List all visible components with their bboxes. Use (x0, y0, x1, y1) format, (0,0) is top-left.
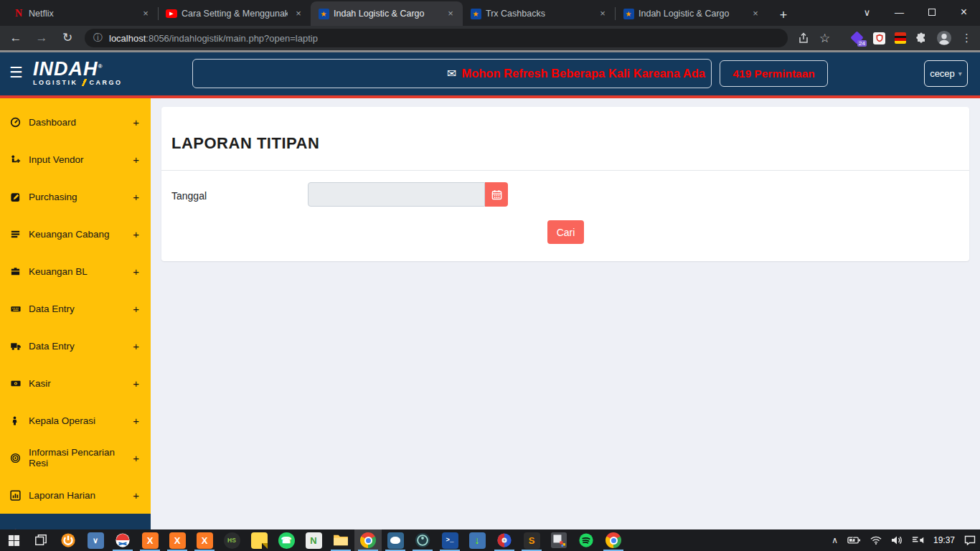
sidebar-item-purchasing[interactable]: Purchasing + (0, 178, 151, 215)
whatsapp-icon[interactable]: ☎ (273, 529, 300, 551)
sidebar-item-data-entry-2[interactable]: Data Entry + (0, 327, 151, 364)
reload-icon[interactable]: ↻ (57, 28, 77, 48)
logo-subtitle-left: LOGISTIK (33, 79, 78, 86)
sidebar-item-data-entry[interactable]: Data Entry + (0, 290, 151, 327)
sidebar-item-laporan-harian[interactable]: Laporan Harian + (0, 476, 151, 514)
expand-plus-icon[interactable]: + (133, 415, 139, 427)
sidebar-item-informasi-pencarian-resi[interactable]: Informasi Pencarian Resi + (0, 439, 151, 476)
xampp-icon[interactable]: X (136, 529, 164, 551)
sidebar-item-kepala-operasi[interactable]: Kepala Operasi + (0, 402, 151, 439)
expand-plus-icon[interactable]: + (133, 191, 139, 203)
volume-icon[interactable] (891, 535, 903, 545)
puzzle-extensions-icon[interactable] (915, 32, 927, 44)
sublime-text-icon[interactable]: S (518, 529, 545, 551)
maximize-button[interactable] (915, 0, 948, 24)
tab-search-icon[interactable]: ∨ (851, 0, 883, 24)
mail-vault-icon[interactable]: ∨ (82, 529, 109, 551)
app-header: ☰ INDAH® LOGISTIK CARGO ✉ Mohon Refresh … (0, 52, 980, 95)
spotify-icon[interactable] (573, 529, 600, 551)
action-center-icon[interactable] (964, 535, 976, 545)
tab-youtube[interactable]: ▶ Cara Setting & Menggunakan × (159, 1, 311, 26)
site-info-icon[interactable]: ⓘ (93, 32, 103, 44)
share-icon[interactable] (798, 32, 809, 44)
tab-close-icon[interactable]: × (139, 7, 152, 20)
tab-title: Indah Logistic & Cargo (334, 9, 440, 19)
sticky-notes-icon[interactable] (245, 529, 273, 551)
start-button[interactable] (0, 529, 27, 551)
xampp-icon[interactable]: X (191, 529, 218, 551)
tab-indah-logistic-2[interactable]: ★ Indah Logistic & Cargo × (616, 1, 768, 26)
proxy-extension-icon[interactable]: 24 (851, 32, 864, 44)
wifi-icon[interactable] (870, 536, 882, 545)
date-input[interactable] (308, 182, 485, 207)
expand-plus-icon[interactable]: + (133, 116, 139, 128)
logo-text: INDAH (33, 58, 98, 80)
logo-subtitle: LOGISTIK CARGO (33, 79, 123, 86)
indah-logistik-logo: INDAH® LOGISTIK CARGO (33, 58, 123, 86)
tab-close-icon[interactable]: × (749, 7, 762, 20)
search-button[interactable]: Cari (547, 220, 584, 244)
sidebar-item-dashboard[interactable]: Dashboard + (0, 103, 151, 141)
expand-plus-icon[interactable]: + (133, 303, 139, 315)
remote-support-icon[interactable] (109, 529, 136, 551)
xampp-icon[interactable]: X (164, 529, 191, 551)
back-icon[interactable]: ← (6, 28, 26, 48)
requests-badge[interactable]: 419 Permintaan (720, 60, 828, 87)
tab-trx-cashbacks[interactable]: ★ Trx Cashbacks × (463, 1, 615, 26)
indah-logo-icon: ★ (318, 8, 329, 19)
expand-plus-icon[interactable]: + (133, 228, 139, 240)
file-explorer-icon[interactable] (327, 529, 354, 551)
tab-close-icon[interactable]: × (596, 7, 609, 20)
expand-plus-icon[interactable]: + (133, 265, 139, 278)
clock[interactable]: 19:37 (933, 535, 955, 545)
calendar-button[interactable] (485, 182, 508, 207)
tray-chevron-up-icon[interactable]: ∧ (831, 535, 838, 545)
chrome-profile2-icon[interactable] (600, 529, 627, 551)
expand-plus-icon[interactable]: + (133, 452, 139, 464)
system-tray: ∧ 19:37 (831, 529, 976, 551)
openvpn-icon[interactable] (55, 529, 82, 551)
pgadmin-icon[interactable] (382, 529, 409, 551)
date-input-group (308, 182, 508, 207)
sidebar-item-label: Input Vendor (29, 154, 133, 165)
minimize-button[interactable]: — (883, 0, 915, 24)
task-view-button[interactable] (27, 529, 55, 551)
battery-icon[interactable] (847, 536, 861, 545)
flags-extension-icon[interactable] (895, 32, 906, 44)
tab-close-icon[interactable]: × (292, 7, 305, 20)
tab-close-icon[interactable]: × (444, 7, 457, 20)
hamburger-menu-icon[interactable]: ☰ (9, 64, 23, 81)
screen: N Netflix × ▶ Cara Setting & Menggunakan… (0, 0, 980, 551)
envelope-icon: ✉ (447, 67, 456, 80)
idm-icon[interactable]: ↓ (463, 529, 491, 551)
username: cecep (930, 68, 955, 79)
shield-extension-icon[interactable] (873, 32, 885, 44)
expand-plus-icon[interactable]: + (133, 489, 139, 501)
sidebar-item-keuangan-bl[interactable]: Keuangan BL + (0, 253, 151, 290)
disc-burner-icon[interactable] (491, 529, 518, 551)
chrome-icon[interactable] (354, 529, 382, 551)
hs-app-icon[interactable]: HS (218, 529, 245, 551)
bar-chart-icon (10, 490, 29, 501)
browser-menu-icon[interactable]: ⋮ (961, 32, 973, 44)
profile-avatar[interactable] (936, 30, 952, 46)
close-button[interactable]: × (948, 0, 980, 24)
address-bar[interactable]: ⓘ localhost:8056/indahlogistik/main.php?… (85, 29, 788, 47)
powershell-icon[interactable]: >_ (436, 529, 463, 551)
screenshot-tool-icon[interactable] (545, 529, 573, 551)
expand-plus-icon[interactable]: + (133, 154, 139, 166)
tab-netflix[interactable]: N Netflix × (6, 1, 158, 26)
sidebar-item-input-vendor[interactable]: Input Vendor + (0, 141, 151, 178)
sidebar-item-kasir[interactable]: Kasir + (0, 364, 151, 402)
volume-mixer-icon[interactable] (912, 535, 924, 545)
user-menu[interactable]: cecep ▾ (924, 60, 968, 87)
forward-icon[interactable]: → (32, 28, 52, 48)
obs-icon[interactable] (409, 529, 436, 551)
expand-plus-icon[interactable]: + (133, 377, 139, 390)
new-tab-button[interactable]: + (773, 6, 793, 26)
expand-plus-icon[interactable]: + (133, 340, 139, 352)
tab-indah-logistic-active[interactable]: ★ Indah Logistic & Cargo × (311, 1, 463, 26)
sidebar-item-keuangan-cabang[interactable]: Keuangan Cabang + (0, 215, 151, 253)
bookmark-star-icon[interactable]: ☆ (819, 31, 830, 46)
notepad-plus-plus-icon[interactable]: N (300, 529, 327, 551)
